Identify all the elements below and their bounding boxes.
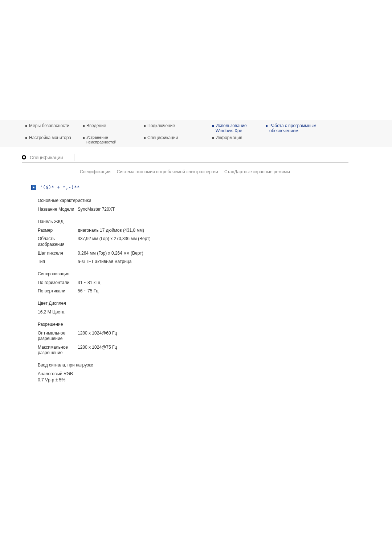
divider-icon [74,154,74,161]
nav-item-connect[interactable]: Подключение [144,122,209,134]
nav-item-windows-xpe[interactable]: Использование Windows Xpe [212,122,263,134]
nav-item-troubleshoot[interactable]: Устранение неисправностей [83,134,141,145]
panel-title: Панель ЖКД [38,219,335,224]
nav-item-info[interactable]: Информация [212,134,263,145]
nav-row-1: Меры безопасности Введение Подключение И… [25,122,392,134]
value-model-name: SyncMaster 720XT [78,207,335,212]
label-type: Тип [38,259,78,265]
bullet-icon [25,137,27,139]
label-max-res: Максимальное разрешение [38,345,78,356]
nav-item-software[interactable]: Работа с программным обеспечением [266,122,342,134]
value-size: диагональ 17 дюймов (431,8 мм) [78,228,335,234]
row-type: Тип a-si TFT активная матрица [38,259,335,265]
label-pixel-pitch: Шаг пикселя [38,251,78,256]
row-pixel-pitch: Шаг пикселя 0,264 мм (Гор) x 0,264 мм (В… [38,251,335,256]
value-vertical: 56 ~ 75 Гц [78,288,335,294]
label-horizontal: По горизонтали [38,280,78,286]
spec-content: Основные характеристики Название Модели … [38,198,335,383]
row-optimal-res: Оптимальное разрешение 1280 x 1024@60 Гц [38,331,335,342]
input-signal-title: Ввод сигнала, при нагрузке [38,362,335,368]
resolution-title: Разрешение [38,322,335,327]
bullet-icon [144,125,146,127]
value-max-res: 1280 x 1024@75 Гц [78,345,335,356]
section-header: Спецификации [22,154,348,163]
row-display-area: Область изображения 337,92 мм (Гор) x 27… [38,236,335,247]
value-horizontal: 31 ~ 81 кГц [78,280,335,286]
bullet-icon [144,137,146,139]
value-display-area: 337,92 мм (Гор) x 270,336 мм (Верт) [78,236,335,247]
sub-nav: Спецификации Система экономии потребляем… [80,169,392,174]
row-max-res: Максимальное разрешение 1280 x 1024@75 Г… [38,345,335,356]
row-horizontal: По горизонтали 31 ~ 81 кГц [38,280,335,286]
nav-item-safety[interactable]: Меры безопасности [25,122,80,134]
value-optimal-res: 1280 x 1024@60 Гц [78,331,335,342]
svg-marker-0 [33,186,35,188]
nav-item-specs[interactable]: Спецификации [144,134,209,145]
row-vertical: По вертикали 56 ~ 75 Гц [38,288,335,294]
bullet-icon [83,137,85,139]
input-signal-line1: Аналоговый RGB [38,371,335,377]
bullet-icon [212,137,214,139]
value-pixel-pitch: 0,264 мм (Гор) x 0,264 мм (Верт) [78,251,335,256]
bullet-icon [266,125,268,127]
value-type: a-si TFT активная матрица [78,259,335,265]
arrow-text: '($)* + *,-)** [40,185,80,190]
bullet-icon [25,125,27,127]
row-model-name: Название Модели SyncMaster 720XT [38,207,335,212]
row-size: Размер диагональ 17 дюймов (431,8 мм) [38,228,335,234]
arrow-right-icon [31,185,36,190]
subnav-display-modes[interactable]: СтанДартные экранные режимы [224,169,290,174]
input-signal-line2: 0,7 Vp-p ± 5% [38,377,335,383]
label-model-name: Название Модели [38,207,78,212]
label-vertical: По вертикали [38,288,78,294]
main-characteristics-title: Основные характеристики [38,198,335,203]
display-color-title: Цвет Дисплея [38,301,335,306]
main-nav: Меры безопасности Введение Подключение И… [0,120,392,147]
subnav-specs[interactable]: Спецификации [80,169,110,174]
ring-icon [22,155,26,159]
display-color-value: 16,2 M Цвета [38,309,335,315]
label-display-area: Область изображения [38,236,78,247]
nav-item-intro[interactable]: Введение [83,122,141,134]
document-page: Меры безопасности Введение Подключение И… [0,0,392,383]
sync-title: Синхронизация [38,271,335,276]
label-size: Размер [38,228,78,234]
bullet-icon [83,125,85,127]
arrow-heading: '($)* + *,-)** [31,185,392,190]
subnav-power-saving[interactable]: Система экономии потребляемой электроэне… [117,169,218,174]
section-title: Спецификации [30,155,63,160]
bullet-icon [212,125,214,127]
nav-row-2: Настройка монитора Устранение неисправно… [25,134,392,145]
label-optimal-res: Оптимальное разрешение [38,331,78,342]
nav-item-monitor-setup[interactable]: Настройка монитора [25,134,80,145]
